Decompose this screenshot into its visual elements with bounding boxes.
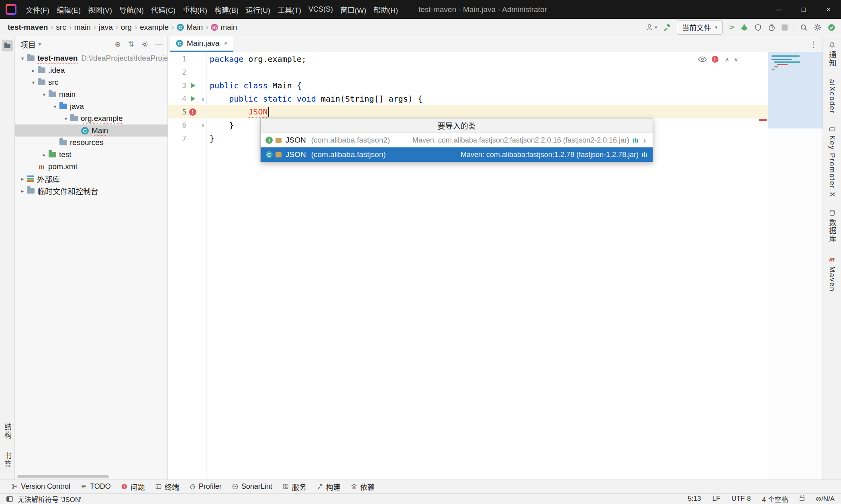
error-stripe[interactable] bbox=[759, 52, 768, 480]
tool-window-switcher-icon[interactable] bbox=[6, 496, 13, 502]
chevron-down-icon[interactable]: ▾ bbox=[40, 92, 49, 98]
settings-gear-button[interactable] bbox=[814, 23, 822, 31]
coverage-button[interactable] bbox=[754, 24, 762, 31]
tree-item-resources[interactable]: resources bbox=[15, 137, 167, 149]
plugin-status-icon[interactable] bbox=[828, 24, 835, 31]
menu-build[interactable]: 构建(B) bbox=[211, 0, 242, 19]
menu-window[interactable]: 窗口(W) bbox=[337, 0, 370, 19]
tree-item-pom-xml[interactable]: m pom.xml bbox=[15, 161, 167, 173]
error-icon[interactable]: ! bbox=[189, 108, 196, 116]
minimap[interactable] bbox=[768, 52, 823, 480]
import-option-fastjson2[interactable]: I JSON (com.alibaba.fastjson2) Maven: co… bbox=[261, 133, 653, 147]
close-tab-icon[interactable]: × bbox=[224, 39, 228, 47]
tree-item-src[interactable]: ▾ src bbox=[15, 76, 167, 88]
version-control-tool-button[interactable]: Version Control bbox=[6, 480, 76, 493]
chevron-down-icon[interactable]: ▾ bbox=[29, 80, 38, 86]
build-tool-button[interactable]: 构建 bbox=[312, 480, 346, 493]
structure-tool-button[interactable]: 结构 bbox=[2, 423, 12, 439]
indent-setting[interactable]: 4 个空格 bbox=[762, 494, 788, 504]
run-class-icon[interactable] bbox=[191, 83, 195, 88]
todo-tool-button[interactable]: TODO bbox=[76, 480, 116, 493]
panel-options-gear-icon[interactable] bbox=[141, 41, 148, 48]
crumb-example[interactable]: example bbox=[139, 22, 170, 33]
crumb-main-class[interactable]: C Main bbox=[176, 22, 204, 33]
code-editor[interactable]: 1 package org.example; 2 3 public class … bbox=[168, 52, 823, 480]
memory-indicator[interactable]: ⊘/N/A bbox=[816, 495, 835, 503]
minimap-viewport[interactable] bbox=[768, 52, 823, 129]
menu-file[interactable]: 文件(F) bbox=[22, 0, 53, 19]
file-encoding[interactable]: UTF-8 bbox=[731, 495, 751, 503]
tree-item-test[interactable]: ▸ test bbox=[15, 149, 167, 161]
tree-item-test-maven[interactable]: ▾ test-maven D:\IdeaProjects\IdeaProje bbox=[15, 52, 167, 64]
menu-vcs[interactable]: VCS(S) bbox=[305, 0, 337, 19]
locate-file-button[interactable]: ⊕ bbox=[115, 40, 121, 49]
tab-options-icon[interactable]: ⋮ bbox=[810, 40, 818, 49]
menu-run[interactable]: 运行(U) bbox=[242, 0, 274, 19]
notifications-tool-button[interactable]: 通知 bbox=[827, 42, 837, 67]
services-tool-button[interactable]: 服务 bbox=[278, 480, 312, 493]
chevron-down-icon[interactable]: ▾ bbox=[51, 104, 59, 110]
problems-tool-button[interactable]: 问题 bbox=[116, 480, 150, 493]
menu-tools[interactable]: 工具(T) bbox=[274, 0, 305, 19]
fold-icon[interactable]: ∧ bbox=[199, 122, 206, 129]
tree-item-main-class[interactable]: C Main bbox=[15, 124, 167, 137]
menu-help[interactable]: 帮助(H) bbox=[370, 0, 402, 19]
chevron-down-icon[interactable]: ▾ bbox=[18, 55, 27, 61]
dependencies-tool-button[interactable]: 依赖 bbox=[346, 480, 380, 493]
aixcoder-tool-button[interactable]: aiXcoder bbox=[828, 79, 836, 114]
maven-tool-button[interactable]: m Maven bbox=[828, 255, 836, 292]
chevron-right-icon[interactable]: ▸ bbox=[40, 152, 49, 158]
crumb-main-method[interactable]: m main bbox=[210, 22, 238, 33]
run-method-icon[interactable] bbox=[191, 96, 195, 102]
hide-panel-button[interactable]: — bbox=[155, 40, 163, 49]
project-panel-title[interactable]: 项目 bbox=[20, 39, 36, 50]
error-count-badge[interactable]: ! bbox=[712, 56, 721, 63]
terminal-tool-button[interactable]: 终端 bbox=[150, 480, 184, 493]
next-error-icon[interactable]: ∨ bbox=[734, 56, 738, 63]
debug-button[interactable] bbox=[741, 24, 748, 31]
bookmarks-tool-button[interactable]: 书签 bbox=[2, 452, 12, 468]
chevron-right-icon[interactable]: ▸ bbox=[29, 67, 38, 73]
run-config-selector[interactable]: 当前文件 ▾ bbox=[677, 20, 723, 35]
menu-code[interactable]: 代码(C) bbox=[147, 0, 179, 19]
crumb-org[interactable]: org bbox=[120, 22, 133, 33]
minimize-button[interactable]: — bbox=[766, 0, 791, 19]
crumb-src[interactable]: src bbox=[55, 22, 67, 33]
sonarlint-tool-button[interactable]: SonarLint bbox=[227, 480, 278, 493]
expand-collapse-button[interactable]: ⇅ bbox=[128, 40, 134, 49]
previous-error-icon[interactable]: ∧ bbox=[725, 56, 729, 63]
maximize-button[interactable]: □ bbox=[791, 0, 816, 19]
run-button[interactable]: ∨ bbox=[728, 24, 736, 31]
fold-icon[interactable]: ∨ bbox=[199, 96, 206, 102]
search-everywhere-button[interactable] bbox=[800, 24, 808, 31]
tree-item-org-example[interactable]: ▾ org.example bbox=[15, 112, 167, 124]
menu-navigate[interactable]: 导航(N) bbox=[116, 0, 147, 19]
build-hammer-icon[interactable] bbox=[663, 24, 671, 31]
horizontal-scrollbar[interactable] bbox=[17, 475, 109, 478]
crumb-project[interactable]: test-maven bbox=[6, 22, 49, 33]
menu-view[interactable]: 视图(V) bbox=[84, 0, 116, 19]
tree-item-main[interactable]: ▾ main bbox=[15, 88, 167, 100]
caret-position[interactable]: 5:13 bbox=[688, 495, 701, 503]
chevron-right-icon[interactable]: ▸ bbox=[18, 188, 27, 194]
tree-item-external-libraries[interactable]: ▸ 外部库 bbox=[15, 173, 167, 185]
chevron-right-icon[interactable]: ▸ bbox=[18, 176, 27, 182]
database-tool-button[interactable]: 数据库 bbox=[827, 210, 837, 243]
import-option-fastjson[interactable]: C JSON (com.alibaba.fastjson) Maven: com… bbox=[261, 147, 653, 162]
profiler-tool-button[interactable]: Profiler bbox=[184, 480, 227, 493]
tree-item-java[interactable]: ▾ java bbox=[15, 100, 167, 112]
menu-refactor[interactable]: 重构(R) bbox=[179, 0, 211, 19]
error-stripe-mark[interactable] bbox=[759, 119, 767, 121]
highlighting-eye-icon[interactable] bbox=[698, 56, 707, 62]
tree-item-scratches[interactable]: ▸ 临时文件和控制台 bbox=[15, 185, 167, 197]
line-separator[interactable]: LF bbox=[712, 495, 720, 503]
profiler-button[interactable] bbox=[768, 24, 776, 31]
project-tool-button[interactable] bbox=[2, 40, 13, 51]
chevron-down-icon[interactable]: ▾ bbox=[61, 116, 70, 122]
user-account-button[interactable]: ▾ bbox=[646, 24, 657, 31]
close-button[interactable]: × bbox=[816, 0, 841, 19]
crumb-java[interactable]: java bbox=[98, 22, 114, 33]
readonly-lock-icon[interactable] bbox=[800, 497, 804, 501]
key-promoter-tool-button[interactable]: Key Promoter X bbox=[828, 126, 836, 198]
tab-main-java[interactable]: C Main.java × bbox=[170, 36, 233, 52]
